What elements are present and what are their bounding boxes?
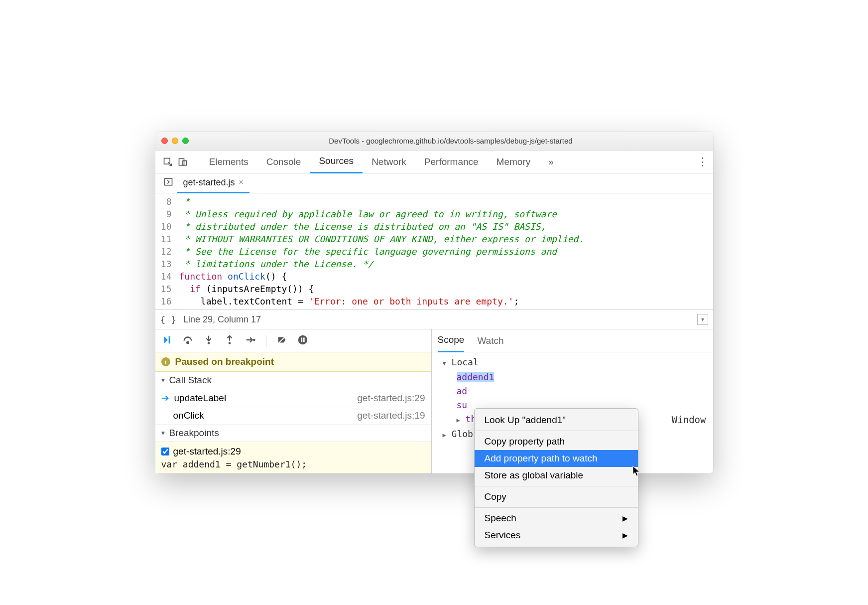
resume-button-icon[interactable]	[161, 334, 172, 347]
panel-tabs: Elements Console Sources Network Perform…	[200, 151, 563, 173]
info-icon: i	[161, 357, 170, 366]
svg-point-10	[298, 335, 307, 344]
debugger-toolbar	[155, 329, 431, 352]
svg-rect-12	[303, 337, 304, 342]
context-menu-item[interactable]: Look Up "addend1"	[475, 412, 638, 429]
code-content[interactable]: * * Unless required by applicable law or…	[176, 193, 713, 309]
collapse-triangle-icon: ▼	[443, 360, 446, 367]
file-tab-get-started[interactable]: get-started.js ×	[177, 173, 249, 193]
context-menu-item[interactable]: Store as global variable	[475, 467, 638, 484]
main-toolbar: Elements Console Sources Network Perform…	[155, 151, 713, 173]
var-name: ad	[457, 386, 468, 396]
titlebar: DevTools - googlechrome.github.io/devtoo…	[155, 132, 713, 151]
tab-sources[interactable]: Sources	[310, 151, 363, 173]
deactivate-breakpoints-icon[interactable]	[276, 334, 287, 347]
paused-banner-text: Paused on breakpoint	[175, 356, 274, 367]
window-minimize-button[interactable]	[172, 138, 178, 144]
menu-separator	[475, 507, 638, 508]
breakpoint-item[interactable]: get-started.js:29var addend1 = getNumber…	[155, 442, 431, 473]
scope-var-addend1[interactable]: addend1	[436, 370, 709, 384]
scope-local-header[interactable]: ▼ Local	[436, 355, 709, 370]
file-tab-bar: get-started.js ×	[155, 173, 713, 193]
svg-rect-2	[183, 160, 187, 165]
svg-rect-4	[168, 336, 170, 343]
format-braces-icon[interactable]: { }	[160, 314, 177, 325]
coverage-toggle-icon[interactable]: ▾	[697, 314, 708, 325]
breakpoint-checkbox[interactable]	[161, 448, 169, 455]
device-toolbar-icon[interactable]	[175, 151, 190, 173]
svg-rect-1	[179, 158, 184, 165]
debugger-left-panel: i Paused on breakpoint ▼ Call Stack ➔upd…	[155, 329, 432, 473]
call-stack-title: Call Stack	[169, 375, 212, 386]
pause-on-exceptions-icon[interactable]	[297, 334, 308, 347]
call-stack-header[interactable]: ▼ Call Stack	[155, 372, 431, 389]
scope-var-addend2[interactable]: ad	[436, 384, 709, 398]
context-menu-item[interactable]: Copy	[475, 488, 638, 505]
svg-point-7	[228, 342, 231, 344]
context-menu-item[interactable]: Add property path to watch	[475, 450, 638, 467]
separator	[687, 156, 687, 168]
var-name[interactable]: addend1	[457, 372, 495, 382]
step-out-icon[interactable]	[224, 334, 235, 347]
scope-local-label: Local	[452, 357, 479, 367]
paused-banner: i Paused on breakpoint	[155, 352, 431, 372]
step-icon[interactable]	[245, 334, 256, 347]
tab-watch[interactable]: Watch	[477, 335, 503, 346]
tab-overflow[interactable]: »	[539, 151, 563, 173]
navigator-toggle-icon[interactable]	[159, 177, 177, 189]
breakpoints-list: get-started.js:29var addend1 = getNumber…	[155, 442, 431, 473]
expand-triangle-icon: ▶	[457, 417, 460, 424]
menu-separator	[475, 431, 638, 431]
step-into-icon[interactable]	[203, 334, 214, 347]
mouse-cursor-icon	[632, 465, 641, 477]
tab-scope[interactable]: Scope	[438, 329, 465, 352]
tab-elements[interactable]: Elements	[200, 151, 257, 173]
scope-global-label: Glob	[452, 429, 473, 439]
breakpoints-title: Breakpoints	[169, 428, 219, 439]
close-file-icon[interactable]: ×	[239, 178, 244, 187]
expand-triangle-icon: ▶	[443, 432, 446, 439]
inspect-element-icon[interactable]	[160, 151, 175, 173]
context-menu-item[interactable]: Speech▶	[475, 510, 638, 527]
devtools-window: DevTools - googlechrome.github.io/devtoo…	[155, 132, 713, 473]
separator	[266, 335, 266, 347]
code-editor[interactable]: 8910111213141516 * * Unless required by …	[155, 193, 713, 309]
cursor-position-label: Line 29, Column 17	[183, 314, 261, 325]
editor-status-bar: { } Line 29, Column 17 ▾	[155, 309, 713, 329]
file-tab-label: get-started.js	[183, 177, 235, 188]
collapse-triangle-icon: ▼	[160, 377, 166, 384]
var-name: su	[457, 400, 468, 410]
context-menu-item[interactable]: Copy property path	[475, 433, 638, 450]
context-menu: Look Up "addend1"Copy property pathAdd p…	[474, 408, 638, 547]
call-stack-item[interactable]: onClickget-started.js:19	[155, 407, 431, 425]
scope-tabs: Scope Watch	[432, 329, 713, 352]
tab-network[interactable]: Network	[363, 151, 415, 173]
svg-rect-11	[301, 337, 302, 342]
tab-performance[interactable]: Performance	[415, 151, 488, 173]
tab-console[interactable]: Console	[257, 151, 310, 173]
menu-separator	[475, 486, 638, 486]
window-title: DevTools - googlechrome.github.io/devtoo…	[195, 137, 707, 145]
svg-point-8	[253, 338, 255, 341]
step-over-icon[interactable]	[182, 334, 193, 347]
tab-memory[interactable]: Memory	[488, 151, 540, 173]
collapse-triangle-icon: ▼	[160, 430, 166, 437]
breakpoints-header[interactable]: ▼ Breakpoints	[155, 425, 431, 442]
context-menu-item[interactable]: Services▶	[475, 527, 638, 544]
line-number-gutter: 8910111213141516	[155, 193, 176, 309]
kebab-menu-icon[interactable]: ⋮	[697, 155, 708, 168]
scope-global-value: Window	[672, 414, 706, 425]
call-stack-item[interactable]: ➔updateLabelget-started.js:29	[155, 389, 431, 407]
window-close-button[interactable]	[161, 138, 168, 144]
window-maximize-button[interactable]	[182, 138, 189, 144]
call-stack-list: ➔updateLabelget-started.js:29onClickget-…	[155, 389, 431, 425]
svg-point-5	[187, 341, 189, 343]
traffic-lights	[161, 138, 189, 144]
svg-point-6	[207, 342, 210, 344]
svg-rect-3	[164, 178, 172, 185]
